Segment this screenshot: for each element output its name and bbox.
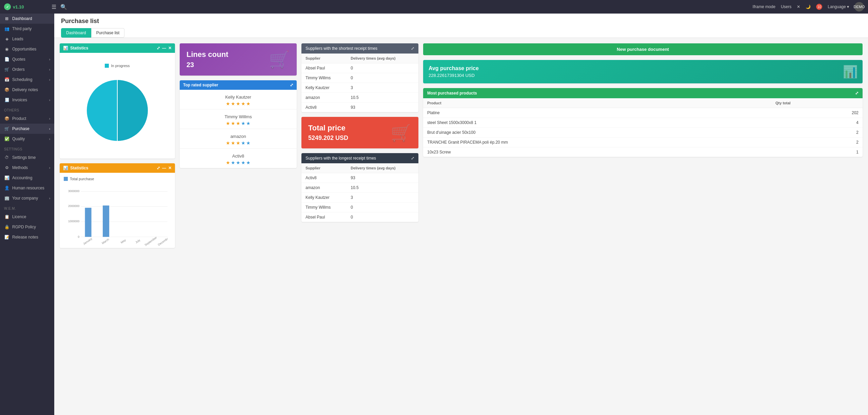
moon-icon[interactable]: 🌙	[806, 4, 811, 9]
star-icon: ★	[226, 160, 230, 165]
statistics-pie-widget: 📊 Statistics ⤢ — ✕ In progress	[60, 43, 175, 159]
widget-minimize-icon[interactable]: —	[162, 46, 166, 50]
chevron-right-icon: ›	[49, 117, 50, 121]
expand-icon[interactable]: ⤢	[855, 91, 859, 96]
invoices-icon: 🧾	[4, 98, 9, 102]
suppliers-shortest-widget: Suppliers with the shortest receipt time…	[301, 43, 418, 112]
rgpd-icon: 🔒	[4, 225, 9, 229]
table-row: amazon10.5	[301, 183, 418, 193]
suppliers-longest-widget: Suppliers with the longest receipt times…	[301, 153, 418, 222]
star-icon: ★	[246, 121, 251, 126]
widget-close-icon[interactable]: ✕	[168, 166, 172, 170]
sidebar-item-scheduling[interactable]: 📅 Scheduling ›	[0, 75, 54, 85]
svg-text:January: January	[82, 237, 93, 246]
table-row: Timmy Willms0	[301, 73, 418, 83]
sidebar-item-accounting[interactable]: 📊 Accounting	[0, 173, 54, 183]
tab-dashboard[interactable]: Dashboard	[61, 28, 91, 38]
sidebar-item-quotes[interactable]: 📄 Quotes ›	[0, 54, 54, 64]
widget-expand-icon[interactable]: ⤢	[290, 83, 293, 87]
total-price-widget: Total price 5249.202 USD 🛒	[301, 117, 418, 148]
expand-icon[interactable]: ⤢	[411, 46, 414, 51]
bar-chart-icon: 📊	[843, 65, 858, 79]
navbar-right: Iframe mode Users ✕ 🌙 10 Language ▾ DEMO	[753, 2, 864, 12]
sidebar-item-product[interactable]: 📦 Product ›	[0, 113, 54, 124]
bar-chart-legend: Total purchase	[64, 177, 171, 181]
sidebar-item-licence[interactable]: 📋 Licence	[0, 212, 54, 222]
col-product: Product	[423, 98, 771, 108]
users-link[interactable]: Users	[781, 4, 791, 9]
sidebar-item-human-resources[interactable]: 👤 Human resources	[0, 183, 54, 193]
sidebar-item-dashboard[interactable]: ⊞ Dashboard	[0, 14, 54, 24]
new-purchase-button[interactable]: New purchase document	[423, 43, 863, 55]
orders-icon: 🛒	[4, 67, 9, 72]
tab-bar: Dashboard Purchase list	[61, 28, 861, 38]
sidebar-item-purchase[interactable]: 🛒 Purchase ›	[0, 124, 54, 134]
iframe-mode-link[interactable]: Iframe mode	[753, 4, 775, 9]
tab-purchase-list[interactable]: Purchase list	[91, 28, 125, 38]
cart-icon: 🛒	[269, 50, 290, 69]
star-row: ★ ★ ★ ★ ★	[226, 140, 251, 146]
language-dropdown[interactable]: Language ▾	[828, 4, 849, 9]
table-row: Absel Paul0	[301, 63, 418, 73]
sidebar-item-release-notes[interactable]: 📝 Release notes	[0, 232, 54, 242]
widget-minimize-icon[interactable]: —	[162, 166, 166, 170]
svg-rect-11	[103, 206, 109, 237]
sidebar-item-rgpd-policy[interactable]: 🔒 RGPD Policy	[0, 222, 54, 232]
dashboard-content: 📊 Statistics ⤢ — ✕ In progress	[54, 38, 868, 415]
suppliers-longest-header: Suppliers with the longest receipt times…	[301, 153, 418, 163]
quotes-icon: 📄	[4, 57, 9, 62]
products-table: Product Qty total Platine202steel Sheet …	[423, 98, 863, 157]
scheduling-icon: 📅	[4, 77, 9, 82]
top-supplier-widget: Top rated supplier ⤢ Kelly Kautzer ★ ★ ★…	[180, 80, 297, 168]
statistics-bar-widget: 📊 Statistics ⤢ — ✕ Total purchase	[60, 163, 175, 248]
table-row: Absel Paul0	[301, 212, 418, 222]
search-icon[interactable]: 🔍	[60, 4, 67, 10]
notification-badge[interactable]: 10	[816, 4, 822, 10]
star-icon: ★	[246, 140, 251, 146]
sidebar-item-delivery-notes[interactable]: 📦 Delivery notes	[0, 85, 54, 95]
close-icon[interactable]: ✕	[797, 4, 800, 9]
stats-pie-body: In progress	[60, 53, 175, 159]
expand-icon[interactable]: ⤢	[411, 156, 414, 161]
page-title: Purchase list	[61, 18, 861, 25]
sub-header: Purchase list Dashboard Purchase list	[54, 14, 868, 38]
sidebar-item-orders[interactable]: 🛒 Orders ›	[0, 64, 54, 75]
chevron-right-icon: ›	[49, 196, 50, 200]
avatar[interactable]: DEMO	[854, 2, 864, 12]
sidebar-item-opportunities[interactable]: ◉ Opportunities	[0, 44, 54, 54]
widget-close-icon[interactable]: ✕	[168, 46, 172, 50]
suppliers-shortest-table: Supplier Delivery times (avg days) Absel…	[301, 54, 418, 112]
star-row: ★ ★ ★ ★ ★	[226, 101, 251, 106]
navbar: ✓ v1.10 ☰ 🔍 Iframe mode Users ✕ 🌙 10 Lan…	[0, 0, 868, 14]
sidebar-item-invoices[interactable]: 🧾 Invoices ›	[0, 95, 54, 105]
chevron-right-icon: ›	[49, 58, 50, 61]
quality-icon: ✅	[4, 137, 9, 141]
sidebar-item-methods[interactable]: ⚙ Methods ›	[0, 163, 54, 173]
methods-icon: ⚙	[4, 165, 9, 170]
right-column: New purchase document Avg purchase price…	[423, 43, 863, 327]
sidebar-item-third-party[interactable]: 👥 Third party	[0, 24, 54, 34]
brand: ✓ v1.10	[4, 3, 52, 10]
table-row: Kelly Kautzer3	[301, 193, 418, 203]
sidebar-item-leads[interactable]: ◈ Leads	[0, 34, 54, 44]
star-icon: ★	[231, 140, 235, 146]
top-supplier-header: Top rated supplier ⤢	[180, 80, 297, 90]
table-row: TRANCHE Granit PIRACEMA poli ép.20 mm2	[423, 138, 863, 147]
sidebar-item-quality[interactable]: ✅ Quality ›	[0, 134, 54, 144]
sidebar-item-your-company[interactable]: 🏢 Your company ›	[0, 193, 54, 203]
table-row: steel Sheet 1500x3000x8 14	[423, 118, 863, 128]
bar-chart-icon: 📊	[63, 46, 68, 50]
settings-time-icon: ⏱	[4, 155, 9, 160]
table-row: Kelly Kautzer3	[301, 83, 418, 93]
star-icon: ★	[241, 160, 245, 165]
bar-chart-icon: 📊	[63, 166, 68, 170]
widget-expand-icon[interactable]: ⤢	[157, 166, 160, 170]
chevron-right-icon: ›	[49, 127, 50, 131]
settings-section-label: Settings	[0, 144, 54, 152]
widget-expand-icon[interactable]: ⤢	[157, 46, 160, 50]
hamburger-icon[interactable]: ☰	[52, 4, 56, 10]
most-purchased-widget: Most purchased products ⤢ Product Qty to…	[423, 88, 863, 157]
chevron-right-icon: ›	[49, 98, 50, 102]
sidebar-item-settings-time[interactable]: ⏱ Settings time	[0, 152, 54, 163]
table-row: 10x23 Screw1	[423, 147, 863, 157]
